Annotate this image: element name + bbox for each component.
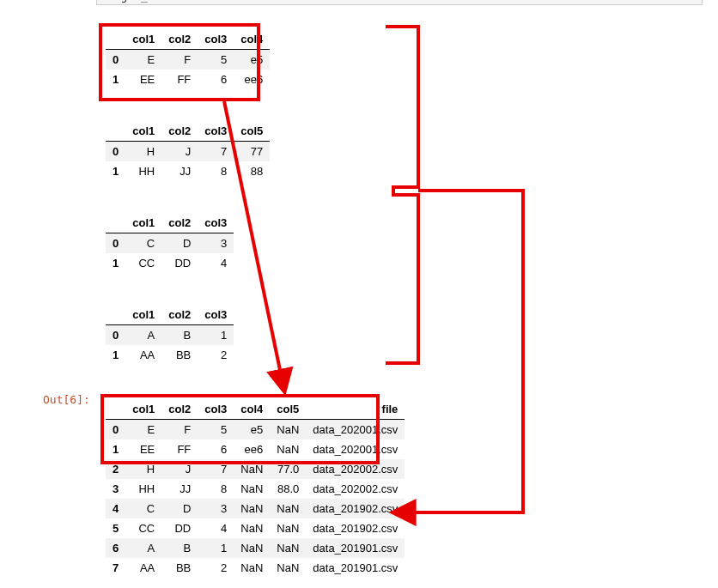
row-index: 3	[106, 479, 125, 499]
table-row: 7AABB2NaNNaNdata_201901.csv	[106, 558, 405, 578]
row-index-header	[106, 213, 125, 233]
table-cell: 88	[234, 161, 270, 181]
dataframe-table-4-wrap: col1col2col30AB11AABB2	[106, 305, 234, 365]
table-cell: D	[161, 499, 198, 518]
table-cell: NaN	[234, 558, 270, 578]
table-row: 3HHJJ8NaN88.0data_202002.csv	[106, 479, 405, 499]
row-index: 6	[106, 538, 125, 558]
table-cell: 77	[234, 142, 270, 162]
table-row: 0AB1	[106, 325, 234, 346]
table-cell: 4	[198, 253, 234, 273]
column-header: col3	[198, 305, 234, 325]
bracket-tables	[386, 27, 418, 363]
table-row: 4CD3NaNNaNdata_201902.csv	[106, 499, 405, 518]
table-cell: C	[125, 499, 161, 518]
table-cell: NaN	[234, 518, 270, 538]
table-cell: 8	[198, 479, 234, 499]
table-row: 1CCDD4	[106, 253, 234, 273]
table-cell: 4	[198, 518, 234, 538]
column-header: col3	[198, 121, 234, 142]
row-index: 4	[106, 499, 125, 518]
column-header: col2	[161, 213, 198, 233]
table-cell: JJ	[161, 161, 198, 181]
row-index: 0	[106, 233, 125, 254]
table-cell: BB	[161, 345, 198, 365]
table-cell: A	[125, 538, 161, 558]
table-cell: NaN	[270, 518, 306, 538]
table-cell: 3	[198, 499, 234, 518]
table-cell: JJ	[161, 479, 198, 499]
column-header: col2	[161, 121, 198, 142]
row-index: 5	[106, 518, 125, 538]
table-cell: NaN	[270, 499, 306, 518]
table-row: 0CD3	[106, 233, 234, 254]
dataframe-table-3-wrap: col1col2col30CD31CCDD4	[106, 213, 234, 273]
table-cell: H	[125, 142, 161, 162]
table-cell: 3	[198, 233, 234, 254]
table-cell: B	[161, 538, 198, 558]
row-index: 1	[106, 161, 125, 181]
table-row: 1HHJJ888	[106, 161, 270, 181]
table-cell: C	[125, 233, 161, 254]
table-cell: NaN	[234, 499, 270, 518]
column-header: col3	[198, 213, 234, 233]
table-cell: DD	[161, 518, 198, 538]
table-cell: BB	[161, 558, 198, 578]
table-cell: 88.0	[270, 479, 306, 499]
column-header: col1	[125, 305, 161, 325]
table-cell: 7	[198, 142, 234, 162]
table-cell: NaN	[234, 538, 270, 558]
table-cell: HH	[125, 161, 161, 181]
table-cell: DD	[161, 253, 198, 273]
column-header: col1	[125, 121, 161, 142]
table-cell: AA	[125, 345, 161, 365]
bracket-merged	[394, 191, 523, 512]
code-input-cell: merged_df	[96, 0, 703, 5]
out-label: Out[6]:	[43, 393, 90, 406]
table-cell: HH	[125, 479, 161, 499]
table-cell: AA	[125, 558, 161, 578]
table-cell: 1	[198, 325, 234, 346]
column-header: col1	[125, 213, 161, 233]
column-header: col5	[234, 121, 270, 142]
dataframe-table-4: col1col2col30AB11AABB2	[106, 305, 234, 365]
table-cell: NaN	[270, 558, 306, 578]
table-row: 0HJ777	[106, 142, 270, 162]
table-cell: A	[125, 325, 161, 346]
table-cell: CC	[125, 253, 161, 273]
table-cell: data_201901.csv	[306, 558, 405, 578]
row-index-header	[106, 121, 125, 142]
table-row: 1AABB2	[106, 345, 234, 365]
row-index: 0	[106, 325, 125, 346]
table-row: 6AB1NaNNaNdata_201901.csv	[106, 538, 405, 558]
table-cell: data_201902.csv	[306, 499, 405, 518]
table-cell: CC	[125, 518, 161, 538]
table-cell: NaN	[270, 538, 306, 558]
table-cell: B	[161, 325, 198, 346]
row-index: 0	[106, 142, 125, 162]
column-header: col2	[161, 305, 198, 325]
table-cell: 1	[198, 538, 234, 558]
table-row: 5CCDD4NaNNaNdata_201902.csv	[106, 518, 405, 538]
highlight-box-source	[99, 23, 260, 101]
table-cell: NaN	[234, 479, 270, 499]
row-index-header	[106, 305, 125, 325]
table-cell: 2	[198, 558, 234, 578]
table-cell: 8	[198, 161, 234, 181]
row-index: 7	[106, 558, 125, 578]
row-index: 1	[106, 345, 125, 365]
table-cell: data_202002.csv	[306, 479, 405, 499]
dataframe-table-2: col1col2col3col50HJ7771HHJJ888	[106, 121, 270, 181]
table-cell: data_201902.csv	[306, 518, 405, 538]
table-cell: J	[161, 142, 198, 162]
dataframe-table-2-wrap: col1col2col3col50HJ7771HHJJ888	[106, 121, 270, 181]
highlight-box-target	[100, 394, 380, 464]
table-cell: 2	[198, 345, 234, 365]
row-index: 1	[106, 253, 125, 273]
dataframe-table-3: col1col2col30CD31CCDD4	[106, 213, 234, 273]
table-cell: D	[161, 233, 198, 254]
table-cell: data_201901.csv	[306, 538, 405, 558]
